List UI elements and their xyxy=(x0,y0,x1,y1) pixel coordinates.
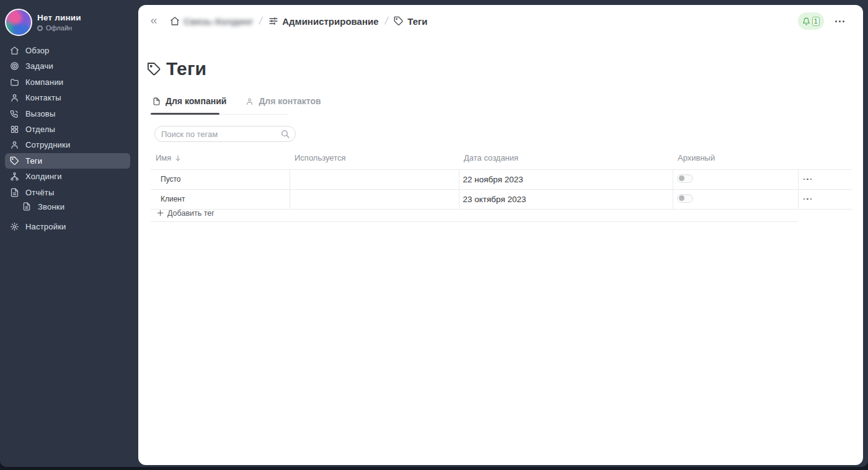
sidebar-item-label: Контакты xyxy=(25,93,61,102)
home-icon xyxy=(170,16,180,26)
main-panel: Связь-Холдинг / Администрирование / Теги… xyxy=(138,5,863,465)
user-profile[interactable]: Нет линии Офлайн xyxy=(0,0,138,36)
topbar: Связь-Холдинг / Администрирование / Теги… xyxy=(138,5,863,37)
sidebar-item-calls[interactable]: Вызовы xyxy=(5,106,130,122)
add-tag-button[interactable]: Добавить тег xyxy=(151,205,798,222)
tab-label: Для компаний xyxy=(166,96,226,106)
sidebar-item-label: Обзор xyxy=(25,46,50,55)
document-icon xyxy=(10,188,19,197)
target-icon xyxy=(10,61,19,71)
tag-icon xyxy=(147,62,161,76)
column-header-created[interactable]: Дата создания xyxy=(459,151,673,169)
tag-used-cell xyxy=(290,169,459,189)
sidebar-item-departments[interactable]: Отделы xyxy=(5,122,130,137)
sliders-icon xyxy=(268,16,278,26)
tag-icon xyxy=(394,16,404,26)
avatar[interactable] xyxy=(5,9,32,36)
sidebar-item-tags[interactable]: Теги xyxy=(5,153,130,169)
archived-toggle[interactable] xyxy=(677,174,693,183)
tag-created-cell: 22 ноября 2023 xyxy=(459,169,673,189)
phone-call-icon xyxy=(10,109,19,118)
breadcrumb-separator: / xyxy=(258,15,264,27)
notification-count-badge: 1 xyxy=(812,17,820,26)
plus-icon xyxy=(156,209,164,217)
page-title: Теги xyxy=(166,58,206,79)
tabs: Для компаний Для контактов xyxy=(151,92,323,110)
active-tab-indicator xyxy=(151,113,219,115)
column-header-archived[interactable]: Архивный xyxy=(673,151,798,169)
person-icon xyxy=(246,97,254,105)
tags-table: Имя Используется Дата создания Архивный … xyxy=(151,151,851,210)
search-box xyxy=(154,126,296,142)
column-header-name[interactable]: Имя xyxy=(151,151,290,169)
row-menu-button[interactable] xyxy=(802,176,852,183)
grid-icon xyxy=(10,125,19,134)
user-name: Нет линии xyxy=(37,13,81,22)
sidebar-item-overview[interactable]: Обзор xyxy=(5,43,130,58)
tag-name-cell: Пусто xyxy=(151,169,290,189)
tag-archived-cell xyxy=(673,169,798,189)
sidebar-item-settings[interactable]: Настройки xyxy=(5,219,130,234)
tab-for-contacts[interactable]: Для контактов xyxy=(244,92,322,110)
sidebar-item-label: Звонки xyxy=(38,202,64,211)
hierarchy-icon xyxy=(10,172,19,181)
user-status: Офлайн xyxy=(46,24,72,32)
notifications-button[interactable]: 1 xyxy=(798,12,824,30)
add-tag-label: Добавить тег xyxy=(167,209,215,218)
home-icon xyxy=(10,46,19,55)
sidebar-item-contacts[interactable]: Контакты xyxy=(5,90,130,105)
breadcrumb-company[interactable]: Связь-Холдинг xyxy=(170,16,253,27)
breadcrumb-tags-label: Теги xyxy=(407,16,427,27)
sidebar-item-label: Холдинги xyxy=(25,172,62,181)
sidebar-item-companies[interactable]: Компании xyxy=(5,74,130,90)
bell-icon xyxy=(802,17,810,25)
tab-label: Для контактов xyxy=(259,96,321,106)
sidebar-item-tasks[interactable]: Задачи xyxy=(5,58,130,74)
search-icon xyxy=(280,129,290,141)
table-header-row: Имя Используется Дата создания Архивный xyxy=(151,151,851,169)
more-options-button[interactable] xyxy=(834,17,846,26)
breadcrumb-administration[interactable]: Администрирование xyxy=(268,16,378,27)
table-row[interactable]: Пусто 22 ноября 2023 xyxy=(151,169,851,189)
offline-status-icon xyxy=(37,25,43,31)
sidebar-item-label: Теги xyxy=(25,156,42,166)
sidebar-item-label: Компании xyxy=(25,78,63,87)
gear-icon xyxy=(10,222,19,231)
person-icon xyxy=(10,140,19,149)
sidebar: Нет линии Офлайн Обзор Задачи Компании xyxy=(0,0,138,467)
sidebar-item-label: Настройки xyxy=(25,222,66,231)
sidebar-item-label: Отделы xyxy=(25,125,55,134)
app-frame: Нет линии Офлайн Обзор Задачи Компании xyxy=(0,0,868,467)
breadcrumb: Связь-Холдинг / Администрирование / Теги xyxy=(170,15,428,27)
column-header-used[interactable]: Используется xyxy=(290,151,459,169)
collapse-sidebar-button[interactable] xyxy=(146,14,161,29)
file-icon xyxy=(153,97,161,105)
tab-for-companies[interactable]: Для компаний xyxy=(151,92,228,110)
page-header: Теги xyxy=(147,58,206,79)
breadcrumb-administration-label: Администрирование xyxy=(282,16,378,27)
row-menu-button[interactable] xyxy=(802,196,852,203)
breadcrumb-separator: / xyxy=(383,15,389,27)
sidebar-item-employees[interactable]: Сотрудники xyxy=(5,137,130,153)
sidebar-item-reports[interactable]: Отчёты xyxy=(5,185,130,200)
sidebar-nav: Обзор Задачи Компании Контакты Вызовы От… xyxy=(0,43,138,234)
tag-actions-cell xyxy=(798,189,851,209)
sidebar-item-label: Задачи xyxy=(25,61,53,71)
sidebar-item-label: Отчёты xyxy=(25,188,55,197)
search-input[interactable] xyxy=(154,126,296,142)
sort-desc-icon xyxy=(174,154,182,162)
column-header-actions xyxy=(798,151,851,169)
document-icon xyxy=(22,202,32,211)
sidebar-item-label: Сотрудники xyxy=(25,140,70,149)
tag-actions-cell xyxy=(798,169,851,189)
breadcrumb-tags[interactable]: Теги xyxy=(394,16,427,27)
person-icon xyxy=(10,93,19,102)
folder-icon xyxy=(10,78,19,87)
sidebar-item-calls-report[interactable]: Звонки xyxy=(5,200,130,213)
archived-toggle[interactable] xyxy=(677,194,693,203)
tag-icon xyxy=(10,156,19,166)
breadcrumb-company-label: Связь-Холдинг xyxy=(184,16,253,27)
sidebar-item-label: Вызовы xyxy=(25,109,56,118)
sidebar-item-holdings[interactable]: Холдинги xyxy=(5,169,130,184)
